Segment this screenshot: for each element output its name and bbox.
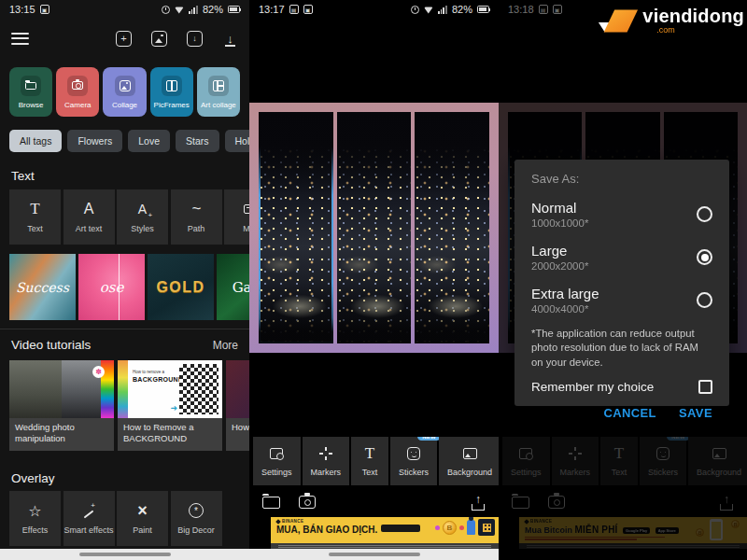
collage-button[interactable]: Collage — [103, 67, 146, 117]
transparency-checker — [179, 364, 218, 414]
background-button[interactable]: Background — [439, 437, 499, 485]
text-icon: T — [365, 446, 374, 462]
alarm-icon — [162, 6, 170, 14]
tutorial-card-wedding[interactable]: ✽ Wedding photo manipulation — [9, 360, 114, 451]
viendidong-watermark: viendidong .com — [598, 7, 744, 38]
tag-chip[interactable]: All tags — [9, 130, 62, 152]
collage-photo-2[interactable] — [337, 112, 412, 343]
panel-home: 13:15 ▣ 82% + ↓ Browse — [0, 0, 249, 560]
style-thumb-rose[interactable]: ose — [78, 254, 145, 320]
panel-editor: 13:17 ▤ ▣ 82% Settings — [249, 0, 499, 560]
tag-chip[interactable]: Flowers — [67, 130, 122, 152]
collage-photo-3[interactable] — [415, 112, 489, 343]
settings-button[interactable]: Settings — [253, 437, 301, 485]
ad-character — [467, 520, 475, 535]
clock: 13:15 — [9, 4, 35, 15]
paint-button[interactable]: × Paint — [117, 491, 168, 546]
save-button[interactable]: SAVE — [679, 406, 712, 420]
decor-icon: * — [189, 502, 204, 519]
qr-icon — [478, 519, 495, 536]
gallery-icon[interactable] — [151, 31, 167, 47]
home-indicator-bar[interactable] — [249, 549, 499, 560]
alarm-icon — [411, 6, 419, 14]
option-extra-large[interactable]: Extra large 4000x4000* — [531, 286, 712, 315]
status-bar: 13:17 ▤ ▣ 82% — [249, 0, 499, 19]
ad-artwork: B — [435, 519, 495, 536]
tag-chip[interactable]: Holiday — [225, 130, 250, 152]
more-link[interactable]: More — [213, 339, 238, 352]
art-text-icon: A — [84, 201, 94, 217]
ad-cta-button[interactable] — [381, 525, 420, 532]
sticker-icon — [407, 446, 420, 462]
text-tool-button[interactable]: T Text — [9, 189, 61, 245]
tutorial-card-background[interactable]: How to remove aBACKGROUND ➜ How to Remov… — [118, 360, 222, 451]
home-indicator-bar[interactable] — [0, 549, 249, 560]
tag-chip[interactable]: Stars — [176, 130, 219, 152]
viendidong-logo-icon — [598, 7, 639, 38]
tag-chip[interactable]: Love — [128, 130, 170, 152]
battery-percent: 82% — [452, 4, 472, 15]
arrow-icon: ➜ — [170, 403, 177, 413]
effects-button[interactable]: ☆ Effects — [9, 491, 61, 546]
style-thumb-success[interactable]: Success — [9, 254, 76, 320]
camera-icon[interactable] — [299, 496, 316, 509]
menu-icon[interactable] — [11, 33, 29, 45]
big-decor-button[interactable]: * Big Decor — [171, 491, 222, 546]
text-button[interactable]: T Text — [351, 437, 388, 485]
battery-icon — [477, 6, 489, 13]
camera-button[interactable]: Camera — [56, 67, 99, 117]
video-tutorials-title: Video tutorials — [11, 338, 91, 352]
art-text-button[interactable]: A Art text — [63, 189, 115, 245]
ad-zone: BINANCE MUA, BÁN GIAO DỊCH. B — [249, 517, 499, 549]
cancel-button[interactable]: CANCEL — [603, 406, 656, 420]
radio-1[interactable] — [697, 249, 712, 265]
collage-photo-1-selected[interactable] — [259, 112, 333, 343]
art-collage-button[interactable]: Art collage — [197, 67, 240, 117]
signal-icon — [189, 6, 198, 14]
binance-ad-banner[interactable]: BINANCE MUA, BÁN GIAO DỊCH. B — [271, 517, 499, 543]
radio-2[interactable] — [697, 292, 712, 308]
folder-icon — [21, 76, 41, 96]
new-project-icon[interactable]: + — [116, 31, 132, 47]
remember-choice-row[interactable]: Remember my choice — [531, 380, 712, 394]
wifi-icon — [175, 6, 184, 14]
export-icon[interactable] — [471, 495, 486, 511]
radio-0[interactable] — [697, 206, 712, 222]
panel-save-dialog: 13:18 ▤ ▣ Settings Markers — [499, 0, 747, 560]
open-folder-icon[interactable] — [262, 497, 280, 509]
style-thumbnails: Success ose GOLD Gard — [9, 254, 249, 320]
smart-effects-button[interactable]: Smart effects — [63, 491, 115, 546]
collage-canvas[interactable] — [249, 103, 499, 353]
import-icon[interactable] — [187, 31, 203, 47]
download-icon[interactable]: ↓ — [222, 31, 238, 47]
min-button[interactable]: Min — [224, 189, 249, 245]
status-bar: 13:15 ▣ 82% — [0, 0, 249, 19]
stickers-button[interactable]: NEW Stickers — [390, 437, 437, 485]
styles-button[interactable]: A Styles — [117, 189, 168, 245]
overlay-section-title: Overlay — [11, 471, 55, 485]
option-large[interactable]: Large 2000x2000* — [531, 243, 712, 272]
notification-icon: ▣ — [40, 5, 49, 14]
text-icon: T — [30, 201, 39, 217]
tutorial-ribbon — [118, 360, 128, 418]
tutorial-cards: ✽ Wedding photo manipulation How to remo… — [9, 360, 249, 451]
tutorial-thumb: ✽ — [9, 360, 114, 418]
new-badge: NEW — [417, 437, 441, 441]
remember-checkbox[interactable] — [698, 380, 712, 394]
frames-icon — [162, 76, 182, 96]
tutorial-card-third[interactable]: ❄ How to — [226, 360, 249, 451]
styles-icon: A — [138, 201, 147, 217]
magic-wand-icon — [82, 502, 95, 519]
tutorial-thumb: ❄ — [226, 360, 249, 418]
coin-icon: B — [443, 521, 457, 535]
style-thumb-gold[interactable]: GOLD — [148, 254, 214, 320]
camera-icon — [67, 76, 88, 96]
option-normal[interactable]: Normal 1000x1000* — [531, 200, 712, 229]
picframes-button[interactable]: PicFrames — [150, 67, 193, 117]
browse-button[interactable]: Browse — [9, 67, 52, 117]
markers-button[interactable]: Markers — [303, 437, 350, 485]
dialog-title: Save As: — [531, 172, 712, 186]
path-button[interactable]: ~ Path — [171, 189, 222, 245]
brushes-icon: × — [137, 502, 148, 519]
style-thumb-garden[interactable]: Gard — [217, 254, 249, 320]
